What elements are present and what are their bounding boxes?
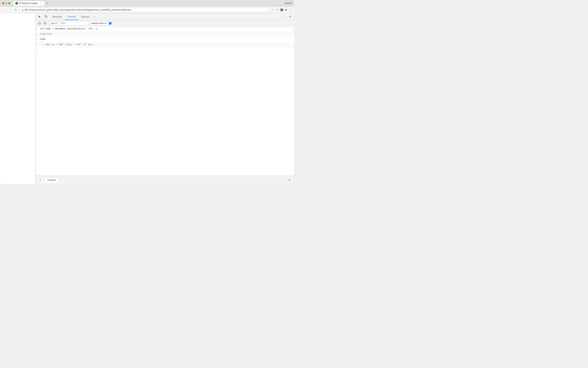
tag-end: >	[94, 43, 95, 46]
tag-div: div	[46, 43, 50, 46]
clear-console-button[interactable]	[43, 21, 47, 26]
minimize-traffic-light[interactable]	[5, 2, 7, 4]
menu-icon[interactable]: ⋮	[289, 8, 292, 12]
user-name-label: Michael	[285, 2, 292, 5]
context-dropdown-icon: ▼	[55, 22, 57, 25]
console-input-line-1: › let node = document.querySelector( '#d…	[36, 27, 294, 32]
page-content	[0, 13, 35, 184]
keyword-let: let	[40, 28, 44, 30]
forward-button[interactable]: ›	[8, 8, 12, 12]
tab-elements[interactable]: Elements	[50, 13, 65, 20]
output-arrow-4: ←	[36, 43, 40, 46]
devtools-actions: ⋮ ✕	[282, 14, 293, 19]
expand-arrow-3[interactable]: ›	[36, 37, 40, 41]
console-filter-input[interactable]	[59, 21, 88, 25]
inspect-element-button[interactable]	[37, 14, 42, 19]
console-prompt-line: ›	[36, 47, 294, 53]
attr-eq-1: =	[55, 43, 57, 46]
close-traffic-light[interactable]	[2, 2, 4, 4]
clear-icon	[44, 22, 46, 25]
tab-close-button[interactable]: ✕	[40, 2, 42, 5]
log-xhr-checkbox[interactable]: ✓	[109, 22, 111, 25]
svg-line-6	[44, 22, 46, 24]
default-levels-label: Default levels	[91, 22, 104, 25]
tag-div-close: div	[88, 43, 92, 46]
bottom-drawer: ⋮ Console ✕	[36, 176, 294, 184]
str-d1: '#d1'	[87, 28, 94, 30]
attr-id: id	[52, 43, 54, 46]
op-equals: =	[52, 28, 55, 30]
console-code-1: let node = document.querySelector( '#d1'…	[40, 27, 293, 31]
attr-id-val: "d1"	[58, 43, 64, 46]
console-output-line-2: ← undefined	[36, 32, 294, 37]
back-button[interactable]: ‹	[2, 8, 6, 12]
traffic-lights	[2, 2, 10, 4]
browser-window: ID Selector Example ✕ + Michael ‹ › ↻ 🔒 …	[0, 0, 294, 184]
drawer-close-button[interactable]: ✕	[287, 178, 292, 183]
svg-rect-2	[38, 22, 40, 24]
devtools-settings-button[interactable]: ⋮	[282, 14, 287, 19]
tab-more-button[interactable]: »	[92, 13, 96, 20]
fn-document: document.querySelector(	[55, 28, 86, 30]
drawer-menu-button[interactable]: ⋮	[38, 178, 43, 183]
prompt-arrow: ›	[37, 48, 39, 52]
devtools-tab-bar: Elements Console Sources »	[50, 13, 279, 20]
console-input-line-3: › node	[36, 37, 294, 42]
title-bar: ID Selector Example ✕ + Michael	[0, 0, 294, 7]
console-div-output: < div id = "d1" class = "e1" ></ div >	[40, 43, 293, 46]
attr-class: class	[65, 43, 72, 46]
svg-rect-1	[46, 16, 47, 17]
attr-eq-2: =	[73, 43, 75, 46]
tab-bar: ID Selector Example ✕ +	[13, 1, 283, 6]
bookmark-icon[interactable]: ☆	[271, 8, 275, 12]
devtools-close-button[interactable]: ✕	[288, 14, 293, 19]
tab-console[interactable]: Console	[65, 13, 79, 20]
context-value: top	[51, 22, 54, 25]
default-levels-button[interactable]: Default levels ▼	[89, 21, 108, 25]
navigation-bar: ‹ › ↻ 🔒 file:///Users/musick/um_git/441-…	[0, 7, 294, 13]
console-toolbar: top ▼ Default levels ▼ ✓	[36, 20, 294, 27]
tab-sources[interactable]: Sources	[79, 13, 92, 20]
maximize-traffic-light[interactable]	[8, 2, 10, 4]
node-var: node	[40, 38, 45, 40]
device-toolbar-button[interactable]	[43, 14, 49, 19]
cursor-icon	[38, 15, 41, 18]
fn-close-paren: );	[96, 28, 98, 30]
show-drawer-button[interactable]	[37, 21, 42, 26]
devtools-panel: Elements Console Sources » ⋮ ✕	[35, 13, 294, 184]
active-browser-tab[interactable]: ID Selector Example ✕	[13, 1, 44, 6]
default-levels-chevron: ▼	[104, 22, 106, 25]
attr-class-val: "e1"	[76, 43, 81, 46]
tab-favicon	[16, 2, 18, 5]
tag-open: <	[43, 43, 45, 46]
devtools-toolbar: Elements Console Sources » ⋮ ✕	[36, 13, 294, 20]
undefined-value: undefined	[40, 33, 52, 35]
console-output: › let node = document.querySelector( '#d…	[36, 27, 294, 176]
lock-icon: 🔒	[21, 9, 24, 11]
context-selector[interactable]: top ▼	[50, 21, 58, 25]
address-bar[interactable]: 🔒 file:///Users/musick/um_git/441-Web_Te…	[19, 8, 270, 12]
console-output-line-4: ← < div id = "d1" class = "e1" ></ div	[36, 42, 294, 47]
drawer-console-tab[interactable]: Console	[44, 177, 59, 183]
tag-close: ></	[83, 43, 87, 46]
extension-icon[interactable]: 🧩	[284, 8, 288, 12]
console-node-label: node	[40, 37, 293, 41]
svg-rect-0	[45, 16, 46, 17]
console-undefined: undefined	[40, 32, 293, 36]
input-arrow-1[interactable]: ›	[36, 27, 40, 31]
refresh-button[interactable]: ↻	[14, 8, 18, 12]
url-text: file:///Users/musick/um_git/441-Web_Tech…	[25, 9, 268, 11]
nav-icons-right: ☆ ⊡ 🧩 ⋮	[271, 8, 292, 12]
console-toolbar-separator	[49, 22, 49, 25]
main-content: Elements Console Sources » ⋮ ✕	[0, 13, 294, 184]
cast-icon[interactable]: ⊡	[276, 8, 280, 12]
var-node: node	[45, 28, 52, 30]
drawer-tab-label: Console	[47, 179, 56, 181]
drawer-icon	[38, 22, 41, 25]
output-arrow-2: ←	[36, 32, 40, 36]
new-tab-button[interactable]: +	[45, 1, 50, 6]
chrome-icon[interactable]	[280, 8, 283, 11]
console-prompt-input[interactable]	[40, 49, 293, 52]
device-icon	[44, 15, 47, 18]
tab-title: ID Selector Example	[19, 2, 38, 5]
